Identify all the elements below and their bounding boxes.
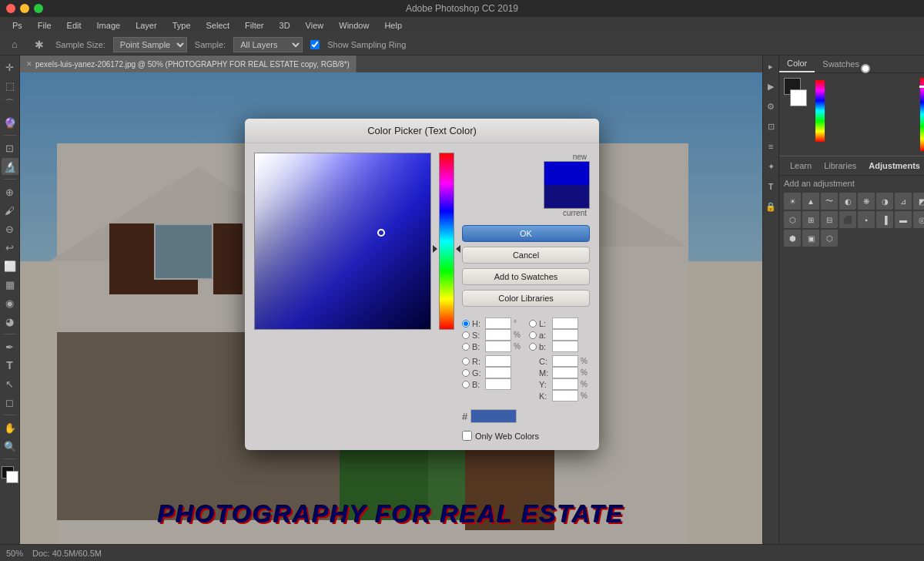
minimize-button[interactable] bbox=[20, 4, 29, 13]
blab-input[interactable]: -61 bbox=[552, 341, 578, 352]
panel-icon-paths[interactable]: ✦ bbox=[763, 159, 778, 174]
close-button[interactable] bbox=[6, 4, 15, 13]
menu-layer[interactable]: Layer bbox=[129, 19, 163, 32]
current-color-swatch[interactable] bbox=[544, 185, 589, 208]
s-input[interactable]: 89 bbox=[485, 329, 511, 341]
panel-icon-play[interactable]: ▶ bbox=[763, 79, 778, 94]
shape-tool[interactable]: ◻ bbox=[2, 394, 18, 411]
hand-tool[interactable]: ✋ bbox=[2, 419, 18, 436]
tab-learn[interactable]: Learn bbox=[784, 160, 818, 172]
cancel-button[interactable]: Cancel bbox=[462, 247, 590, 264]
quick-select-tool[interactable]: 🔮 bbox=[2, 114, 18, 131]
threshold-icon[interactable]: ▐ bbox=[876, 211, 893, 228]
k-input[interactable]: 15 bbox=[552, 390, 578, 401]
sample-select[interactable]: All Layers bbox=[233, 37, 303, 52]
invert-icon[interactable]: ⬛ bbox=[839, 211, 856, 228]
clipping-mask-icon[interactable]: ⬡ bbox=[821, 230, 838, 247]
menu-3d[interactable]: 3D bbox=[273, 19, 296, 32]
only-web-colors-checkbox[interactable] bbox=[462, 431, 472, 441]
s-radio[interactable] bbox=[462, 331, 470, 339]
marquee-tool[interactable]: ⬚ bbox=[2, 77, 18, 94]
sample-size-select[interactable]: Point Sample bbox=[113, 37, 187, 52]
tab-color[interactable]: Color bbox=[779, 55, 815, 72]
eyedropper-tool-icon[interactable]: ✱ bbox=[31, 36, 48, 53]
l-radio[interactable] bbox=[529, 320, 537, 328]
color-gradient-area[interactable] bbox=[254, 153, 431, 330]
tab-adjustments[interactable]: Adjustments bbox=[862, 160, 924, 172]
ok-button[interactable]: OK bbox=[462, 225, 590, 242]
vibrance-icon[interactable]: ❋ bbox=[858, 193, 875, 210]
eyedropper-tool[interactable]: 🔬 bbox=[2, 158, 18, 175]
layer-mask-icon[interactable]: ▣ bbox=[802, 230, 819, 247]
healing-tool[interactable]: ⊕ bbox=[2, 183, 18, 200]
eraser-tool[interactable]: ⬜ bbox=[2, 257, 18, 274]
color-lookup-icon[interactable]: ⊟ bbox=[821, 211, 838, 228]
menu-edit[interactable]: Edit bbox=[61, 19, 88, 32]
panel-icon-channels[interactable]: ≡ bbox=[763, 139, 778, 154]
history-brush-tool[interactable]: ↩ bbox=[2, 239, 18, 256]
blab-radio[interactable] bbox=[529, 343, 537, 351]
b-radio[interactable] bbox=[462, 343, 470, 351]
menu-select[interactable]: Select bbox=[200, 19, 236, 32]
posterize-icon[interactable]: ▪ bbox=[858, 211, 875, 228]
panel-icon-expand[interactable]: ▸ bbox=[763, 59, 778, 74]
l-input[interactable]: 13 bbox=[552, 317, 578, 329]
a-input[interactable]: 35 bbox=[552, 329, 578, 341]
new-color-swatch[interactable] bbox=[544, 162, 589, 185]
channel-mixer-icon[interactable]: ⊞ bbox=[802, 211, 819, 228]
background-color-swatch[interactable] bbox=[790, 89, 807, 106]
panel-icon-lock[interactable]: 🔒 bbox=[763, 199, 778, 214]
panel-icon-layers[interactable]: ⊡ bbox=[763, 119, 778, 134]
maximize-button[interactable] bbox=[34, 4, 43, 13]
opacity-bar[interactable] bbox=[920, 78, 924, 151]
g-radio[interactable] bbox=[462, 369, 470, 377]
black-white-icon[interactable]: ◩ bbox=[913, 193, 924, 210]
hue-saturation-icon[interactable]: ◑ bbox=[876, 193, 893, 210]
active-tab[interactable]: ✕ pexels-luis-yanez-206172.jpg @ 50% (PH… bbox=[20, 55, 357, 72]
hex-input[interactable]: 100e7c bbox=[470, 409, 517, 423]
photo-filter-icon[interactable]: ⬡ bbox=[784, 211, 801, 228]
add-to-swatches-button[interactable]: Add to Swatches bbox=[462, 268, 590, 285]
foreground-color[interactable] bbox=[2, 466, 18, 483]
c-input[interactable]: 100 bbox=[552, 355, 578, 367]
color-libraries-button[interactable]: Color Libraries bbox=[462, 290, 590, 307]
b-input[interactable]: 49 bbox=[485, 341, 511, 352]
b2-radio[interactable] bbox=[462, 381, 470, 388]
menu-filter[interactable]: Filter bbox=[239, 19, 270, 32]
path-select-tool[interactable]: ↖ bbox=[2, 375, 18, 392]
crop-tool[interactable]: ⊡ bbox=[2, 139, 18, 156]
tab-close-icon[interactable]: ✕ bbox=[26, 60, 32, 68]
h-input[interactable]: 241 bbox=[485, 317, 511, 329]
smart-obj-icon[interactable]: ⬢ bbox=[784, 230, 801, 247]
menu-image[interactable]: Image bbox=[91, 19, 127, 32]
color-spectrum-bar[interactable] bbox=[439, 153, 454, 330]
r-radio[interactable] bbox=[462, 358, 470, 365]
m-input[interactable]: 99 bbox=[552, 367, 578, 378]
tab-libraries[interactable]: Libraries bbox=[818, 160, 862, 172]
panel-icon-type[interactable]: T bbox=[763, 179, 778, 194]
zoom-tool[interactable]: 🔍 bbox=[2, 438, 18, 455]
g-input[interactable]: 14 bbox=[485, 367, 511, 378]
move-tool[interactable]: ✛ bbox=[2, 59, 18, 76]
h-radio[interactable] bbox=[462, 320, 470, 328]
hue-bar[interactable] bbox=[815, 80, 825, 142]
pen-tool[interactable]: ✒ bbox=[2, 338, 18, 355]
dodge-tool[interactable]: ◕ bbox=[2, 313, 18, 330]
curves-icon[interactable]: 〜 bbox=[821, 193, 838, 210]
panel-icon-fx[interactable]: ⚙ bbox=[763, 99, 778, 114]
menu-view[interactable]: View bbox=[300, 19, 330, 32]
gradient-tool[interactable]: ▦ bbox=[2, 276, 18, 293]
tab-swatches[interactable]: Swatches bbox=[815, 56, 867, 72]
type-tool[interactable]: T bbox=[2, 357, 18, 374]
a-radio[interactable] bbox=[529, 331, 537, 339]
menu-ps[interactable]: Ps bbox=[6, 19, 28, 32]
brush-tool[interactable]: 🖌 bbox=[2, 202, 18, 219]
blur-tool[interactable]: ◉ bbox=[2, 294, 18, 311]
r-input[interactable]: 16 bbox=[485, 355, 511, 367]
menu-help[interactable]: Help bbox=[378, 19, 408, 32]
y-input[interactable]: 16 bbox=[552, 378, 578, 390]
brightness-contrast-icon[interactable]: ☀ bbox=[784, 193, 801, 210]
clone-tool[interactable]: ⊖ bbox=[2, 220, 18, 237]
show-sampling-ring-checkbox[interactable] bbox=[310, 40, 320, 49]
color-balance-icon[interactable]: ⊿ bbox=[895, 193, 912, 210]
